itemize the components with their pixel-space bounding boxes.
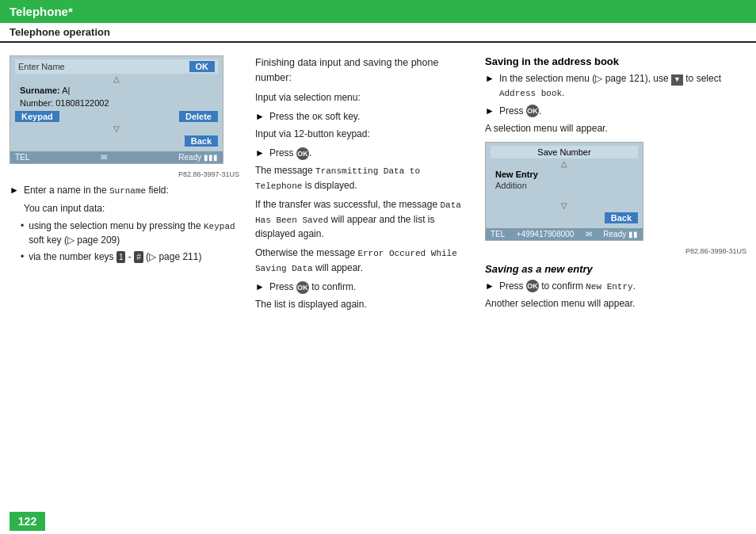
arrow-sym-r3: ► [485, 279, 494, 294]
selection-menu-appear-text: A selection menu will appear. [485, 121, 746, 135]
header-title: Telephone* [0, 0, 756, 23]
ok-word: OK [312, 113, 323, 122]
press-ok-r2-text: Press OK. [499, 104, 541, 118]
phone-screen-2: Save Number △ New Entry Addition ▽ Back [486, 143, 643, 228]
arrow-sym-r2: ► [485, 104, 494, 118]
data-saved-mono: Data Has Been Saved [255, 200, 461, 225]
saving-new-entry-title: Saving as a new entry [485, 263, 746, 275]
phone-tel-icon: ✉ [101, 153, 107, 162]
phone2-addition: Addition [491, 180, 638, 191]
left-column: Enter Name OK △ Surname: A| Number: 0180… [10, 55, 239, 509]
phone2-arrow-up: △ [491, 158, 638, 169]
phone-back-row: Back [15, 134, 218, 148]
phone-number-label: Number: [20, 98, 53, 108]
phone-screen-1: Enter Name OK △ Surname: A| Number: 0180… [10, 56, 223, 151]
selection-menu-item: ► In the selection menu (▷ page 121), us… [485, 71, 746, 101]
phone-mockup-2: Save Number △ New Entry Addition ▽ Back … [485, 142, 643, 241]
phone-signal-icon: ▮▮▮ [204, 153, 218, 162]
key1: 1 [116, 251, 126, 263]
input-methods-list: using the selection menu by pressing the… [21, 219, 239, 265]
page-number: 122 [10, 512, 45, 531]
phone-arrow-down: ▽ [15, 124, 218, 134]
press-ok-circle-text: Press OK. [269, 146, 311, 160]
enter-name-text: Enter a name in the Surname field: [24, 183, 169, 198]
arrow-sym-2: ► [255, 109, 265, 124]
phone2-new-entry: New Entry [491, 169, 638, 180]
phone2-back-button[interactable]: Back [605, 212, 638, 223]
ok-circle-icon-3: OK [526, 105, 539, 117]
phone-title-row: Enter Name OK [15, 59, 218, 74]
transmitting-mono: Transmitting Data to Telephone [255, 166, 420, 191]
phone2-arrow-down: ▽ [491, 200, 638, 211]
bullet-number-keys: via the number keys 1 - # (▷ page 211) [21, 250, 239, 264]
phone-surname-row: Surname: A| [15, 84, 218, 97]
key2: # [134, 251, 143, 263]
error-mono: Error Occured While Saving Data [255, 249, 457, 273]
press-ok-text: Press the OK soft key. [269, 109, 360, 124]
selection-menu-text: In the selection menu (▷ page 121), use … [499, 71, 746, 101]
confirm-instruction: ► Press OK to confirm. [255, 280, 469, 294]
press-ok-soft-instruction: ► Press the OK soft key. [255, 109, 469, 124]
left-instructions: ► Enter a name in the Surname field: You… [10, 183, 239, 264]
press-ok-soft-item: ► Press the OK soft key. [255, 109, 469, 124]
arrow-symbol-1: ► [10, 183, 19, 198]
phone-bottom-bar: TEL ✉ Ready ▮▮▮ [10, 151, 223, 163]
input-via-keypad-label: Input via 12-button keypad: [255, 127, 469, 141]
header: Telephone* Telephone operation [0, 0, 756, 43]
bullet2-text: via the number keys 1 - # (▷ page 211) [29, 250, 201, 264]
arrow-sym-4: ► [255, 280, 265, 294]
phone-arrow-up: △ [15, 74, 218, 84]
press-ok-circle-item: ► Press OK. [255, 146, 469, 160]
phone-surname-label: Surname: [20, 86, 60, 95]
phone-tel-label: TEL [15, 153, 29, 162]
phone-number-row: Number: 01808122002 [15, 97, 218, 109]
bullet-selection-menu: using the selection menu by pressing the… [21, 219, 239, 248]
right-instructions: ► In the selection menu (▷ page 121), us… [485, 71, 746, 118]
phone2-tel-label: TEL [491, 230, 505, 238]
keypad-word: Keypad [204, 222, 235, 231]
enter-name-instruction: ► Enter a name in the Surname field: [10, 183, 239, 198]
middle-column: Finishing data input and saving the phon… [255, 55, 469, 509]
phone-ok-button[interactable]: OK [189, 61, 216, 72]
error-message: Otherwise the message Error Occured Whil… [255, 246, 469, 275]
down-arrow-icon: ▼ [671, 74, 683, 86]
success-message: If the transfer was successful, the mess… [255, 197, 469, 241]
phone2-bottom-bar: TEL +499417908000 ✉ Ready ▮▮ [486, 228, 643, 240]
another-menu-text: Another selection menu will appear. [485, 296, 746, 311]
press-ok-circle-instruction: ► Press OK. [255, 146, 469, 160]
phone2-number: +499417908000 [517, 230, 575, 238]
saving-address-title: Saving in the address book [485, 55, 746, 67]
new-entry-item: ► Press OK to confirm New Entry. [485, 279, 746, 294]
phone-status-text: Ready [178, 153, 201, 162]
phone-mockup-1: Enter Name OK △ Surname: A| Number: 0180… [10, 55, 223, 164]
new-entry-text: Press OK to confirm New Entry. [499, 279, 636, 294]
list-again-text: The list is displayed again. [255, 297, 469, 311]
phone2-status: Ready ▮▮ [603, 230, 638, 238]
subheader-subtitle: Telephone operation [0, 23, 756, 43]
phone2-tel-icon: ✉ [586, 230, 592, 238]
phone-number-value: 01808122002 [55, 98, 109, 108]
phone-surname-value: A| [62, 86, 70, 95]
phone2-signal-icon: ▮▮ [628, 230, 638, 238]
new-entry-mono: New Entry [586, 282, 632, 292]
ok-circle-icon-4: OK [526, 280, 539, 292]
phone-status: Ready ▮▮▮ [178, 153, 218, 162]
transmitting-message: The message Transmitting Data to Telepho… [255, 163, 469, 193]
phone-keypad-button[interactable]: Keypad [15, 111, 59, 122]
address-book-mono: Address book [499, 89, 562, 98]
phone-back-button[interactable]: Back [185, 135, 218, 147]
right-column: Saving in the address book ► In the sele… [485, 55, 746, 509]
ok-circle-icon-1: OK [296, 147, 309, 160]
press-ok-r2-item: ► Press OK. [485, 104, 746, 118]
confirm-text: Press OK to confirm. [269, 280, 356, 294]
phone-delete-button[interactable]: Delete [179, 111, 218, 122]
phone-enter-name-label: Enter Name [18, 62, 65, 71]
bullet1-text: using the selection menu by pressing the… [29, 219, 239, 248]
arrow-sym-3: ► [255, 146, 265, 160]
surname-field-mono: Surname [109, 186, 146, 196]
phone-soft-keys: Keypad Delete [15, 109, 218, 124]
confirm-item: ► Press OK to confirm. [255, 280, 469, 294]
phone1-caption: P82.86-3997-31US [10, 170, 239, 178]
new-entry-instruction: ► Press OK to confirm New Entry. [485, 279, 746, 294]
arrow-sym-r1: ► [485, 71, 494, 101]
